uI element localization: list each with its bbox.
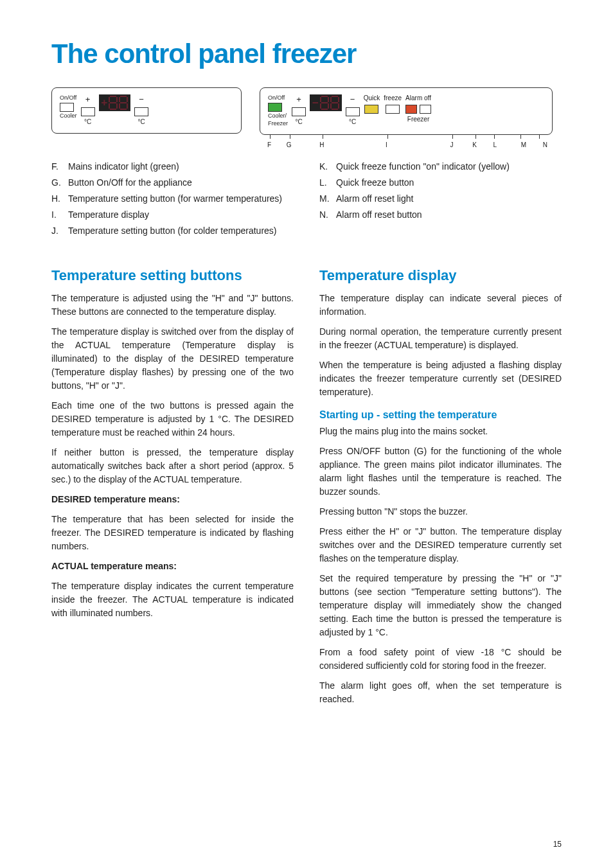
- sign-minus-icon: −: [312, 98, 319, 108]
- tick-icon: [494, 135, 495, 139]
- onoff-toggle[interactable]: [60, 103, 74, 112]
- label-cooler: Cooler: [60, 112, 77, 119]
- legend-item: G.Button On/Off for the appliance: [51, 176, 294, 190]
- legend-item: N.Alarm off reset button: [319, 208, 562, 222]
- col-left: Temperature setting buttons The temperat…: [51, 252, 294, 713]
- minus-button-r[interactable]: [346, 107, 360, 116]
- body-columns: Temperature setting buttons The temperat…: [51, 252, 562, 713]
- label-quick1: Quick: [364, 94, 380, 102]
- minus-icon: −: [139, 94, 144, 104]
- para: Each time one of the two buttons is pres…: [51, 399, 294, 439]
- legend-item: J.Temperature setting button (for colder…: [51, 224, 294, 238]
- label-degc2: °C: [138, 118, 145, 125]
- tick-icon: [290, 135, 290, 139]
- tick-icon: [270, 135, 271, 139]
- legend-row: F.Mains indicator light (green) G.Button…: [51, 160, 562, 240]
- para: During normal operation, the temperature…: [319, 325, 562, 352]
- legend-item: M. Alarm off reset light: [319, 192, 562, 206]
- minus-icon-r: −: [350, 94, 355, 104]
- letter-K: K: [472, 141, 477, 148]
- legend-text: Temperature setting button (for colder t…: [68, 224, 294, 238]
- mains-light: [268, 103, 282, 112]
- legend-text: Button On/Off for the appliance: [68, 176, 294, 190]
- legend-item: I.Temperature display: [51, 208, 294, 222]
- alarm-light: [405, 105, 417, 114]
- legend-right: K.Quick freeze function "on" indicator (…: [319, 160, 562, 240]
- tick-icon: [323, 135, 323, 139]
- legend-letter: K.: [319, 160, 336, 173]
- legend-left: F.Mains indicator light (green) G.Button…: [51, 160, 294, 240]
- legend-letter: H.: [51, 192, 68, 206]
- letter-N: N: [543, 141, 547, 148]
- legend-item: H.Temperature setting button (for warmer…: [51, 192, 294, 206]
- letter-L: L: [493, 141, 497, 148]
- legend-letter: F.: [51, 160, 68, 173]
- heading-temp-display: Temperature display: [319, 267, 562, 284]
- legend-text: Mains indicator light (green): [68, 160, 294, 173]
- legend-item: K.Quick freeze function "on" indicator (…: [319, 160, 562, 173]
- legend-letter: I.: [51, 208, 68, 222]
- minus-button[interactable]: [134, 107, 148, 116]
- label-cooler-freezer2: Freezer: [268, 120, 288, 127]
- letter-I: I: [386, 141, 387, 148]
- label-cooler-freezer1: Cooler/: [268, 112, 288, 119]
- legend-text: Temperature display: [68, 208, 294, 222]
- legend-text: Quick freeze function "on" indicator (ye…: [336, 160, 562, 173]
- para: The temperature that has been selected f…: [51, 513, 294, 553]
- para: Press ON/OFF button (G) for the function…: [319, 445, 562, 499]
- tick-icon: [387, 135, 388, 139]
- para: Pressing button "N" stops the buzzer.: [319, 505, 562, 518]
- label-degc1-r: °C: [295, 118, 302, 125]
- quickfreeze-light: [364, 105, 378, 114]
- label-quickfreeze: freeze: [384, 94, 402, 102]
- para: The temperature is adjusted using the "H…: [51, 292, 294, 319]
- plus-button[interactable]: [81, 107, 95, 116]
- tick-icon: [520, 135, 521, 139]
- para: Plug the mains plug into the mains socke…: [319, 425, 562, 438]
- quickfreeze-button[interactable]: [386, 105, 400, 114]
- col-right: Temperature display The temperature disp…: [319, 252, 562, 713]
- diagram-row: On/Off Cooler + °C + − °C: [51, 87, 562, 148]
- seg-digit-icon: [119, 96, 128, 110]
- para: Set the required temperature by pressing…: [319, 572, 562, 639]
- plus-icon: +: [85, 94, 91, 104]
- tick-icon: [452, 135, 453, 139]
- para: If neither button is pressed, the temper…: [51, 446, 294, 486]
- plus-button-r[interactable]: [292, 107, 306, 116]
- legend-letter: J.: [51, 224, 68, 238]
- freezer-panel: On/Off Cooler/ Freezer + °C −: [260, 87, 553, 135]
- sign-plus-icon: +: [102, 98, 108, 108]
- para: The temperature display is switched over…: [51, 325, 294, 393]
- para: When the temperature is being adjusted a…: [319, 359, 562, 399]
- seg-digit-icon: [320, 96, 329, 110]
- seg-digit-icon: [330, 96, 339, 110]
- plus-icon-r: +: [296, 94, 301, 104]
- heading-starting-up: Starting up - setting the temperature: [319, 409, 562, 421]
- desired-heading: DESIRED temperature means:: [51, 493, 294, 506]
- letter-M: M: [521, 141, 526, 148]
- label-onoff: On/Off: [60, 94, 77, 101]
- legend-letter: M.: [319, 192, 336, 206]
- label-degc1: °C: [84, 118, 91, 125]
- letter-J: J: [450, 141, 454, 148]
- legend-text: Alarm off reset light: [336, 192, 562, 206]
- label-alarmoff: Alarm off: [405, 94, 431, 102]
- seg-digit-icon: [109, 96, 118, 110]
- legend-text: Alarm off reset button: [336, 208, 562, 222]
- legend-letter: N.: [319, 208, 336, 222]
- page-title: The control panel freezer: [51, 39, 562, 69]
- tick-icon: [475, 135, 476, 139]
- legend-item: F.Mains indicator light (green): [51, 160, 294, 173]
- para: Press either the H" or "J" button. The t…: [319, 525, 562, 565]
- label-degc2-r: °C: [349, 118, 356, 125]
- alarm-off-button[interactable]: [420, 105, 431, 114]
- cooler-panel: On/Off Cooler + °C + − °C: [51, 87, 242, 134]
- legend-letter: G.: [51, 176, 68, 190]
- temp-display-right: −: [310, 94, 342, 111]
- tick-icon: [539, 135, 540, 139]
- freezer-panel-wrap: On/Off Cooler/ Freezer + °C −: [260, 87, 553, 148]
- heading-temp-setting: Temperature setting buttons: [51, 267, 294, 284]
- legend-text: Temperature setting button (for warmer t…: [68, 192, 294, 206]
- legend-letter: L.: [319, 176, 336, 190]
- label-freezer-side: Freezer: [407, 116, 429, 123]
